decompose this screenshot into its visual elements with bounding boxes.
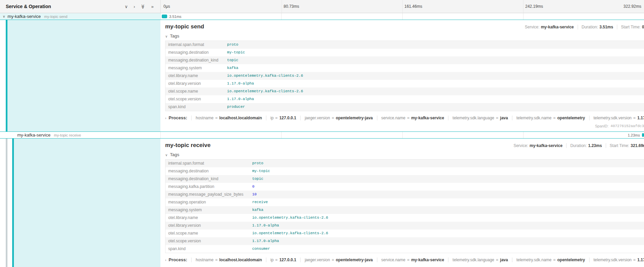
equals-sign: = — [633, 258, 636, 262]
span-service-name: my-kafka-service — [17, 132, 50, 138]
span-id-value: 407276152aafdc36 — [610, 124, 644, 128]
process-key: telemetry.sdk.language — [452, 258, 494, 262]
span-detail-indent — [0, 20, 160, 131]
tag-key: messaging.message_payload_size_bytes — [165, 191, 249, 198]
process-key: telemetry.sdk.name — [516, 258, 552, 262]
span-row-receive[interactable]: my-kafka-service my-topic receive 1.23ms — [0, 132, 644, 139]
process-field: hostname=localhost.localdomain — [191, 116, 266, 120]
equals-sign: = — [275, 258, 277, 262]
process-field: ip=127.0.0.1 — [266, 258, 300, 262]
tag-value: 10 — [249, 191, 644, 198]
span-detail-row-send: my-topic send Service:my-kafka-service D… — [0, 20, 644, 132]
tag-row: otel.scope.nameio.opentelemetry.kafka-cl… — [165, 88, 644, 95]
tag-value: my-topic — [224, 49, 644, 56]
expand-one-icon[interactable]: › — [134, 4, 135, 9]
tags-section-toggle[interactable]: ∨Tags — [165, 33, 644, 39]
span-service-name: my-kafka-service — [7, 14, 41, 19]
tag-value: receive — [249, 198, 644, 206]
tags-table: internal.span.formatproto messaging.dest… — [165, 41, 644, 111]
tag-row: otel.library.version1.17.0-alpha — [165, 222, 644, 229]
overview-duration: Duration:3.51ms — [578, 25, 617, 29]
chevron-right-icon: › — [165, 116, 166, 120]
tag-value: consumer — [249, 245, 644, 253]
process-value: my-kafka-service — [411, 258, 444, 262]
ruler-gridlines — [161, 0, 644, 13]
collapse-all-icon[interactable]: ≫ — [141, 4, 145, 9]
tag-key: otel.library.name — [165, 72, 224, 80]
span-duration-bar[interactable] — [642, 133, 644, 137]
row-gridlines — [160, 13, 644, 20]
span-overview: Service:my-kafka-service Duration:1.23ms… — [510, 143, 644, 148]
span-bar-cell[interactable]: 1.23ms — [160, 132, 644, 138]
overview-value: 3.51ms — [599, 25, 613, 29]
process-value: 1.17.0 — [637, 258, 644, 262]
process-key: hostname — [196, 258, 214, 262]
process-value: my-kafka-service — [411, 116, 444, 120]
process-field: service.name=my-kafka-service — [377, 116, 448, 120]
tag-row: span.kindconsumer — [165, 245, 644, 253]
overview-value: 321.69ms — [631, 143, 644, 148]
tag-key: otel.scope.version — [165, 237, 249, 245]
process-value: 1.17.0 — [637, 116, 644, 120]
process-field: jaeger.version=opentelemetry-java — [300, 116, 377, 120]
tag-row: otel.library.version1.17.0-alpha — [165, 80, 644, 88]
process-key: telemetry.sdk.version — [594, 258, 631, 262]
overview-start-time: Start Time:321.69ms — [606, 143, 644, 148]
overview-label: Duration: — [570, 143, 587, 148]
tick-label: 80.73ms — [284, 4, 299, 9]
tag-value: io.opentelemetry.kafka-clients-2.6 — [249, 229, 644, 237]
process-key: telemetry.sdk.language — [452, 116, 494, 120]
equals-sign: = — [553, 116, 556, 120]
tag-key: otel.library.version — [165, 80, 224, 88]
tick-label: 161.46ms — [404, 4, 422, 9]
chevron-down-icon[interactable]: ∨ — [3, 15, 5, 18]
span-name-cell[interactable]: ∨ my-kafka-service my-topic send — [0, 13, 160, 20]
process-field: jaeger.version=opentelemetry-java — [300, 258, 377, 262]
tag-row: messaging.operationreceive — [165, 198, 644, 206]
process-section-toggle[interactable]: › Process: hostname=localhost.localdomai… — [165, 115, 644, 120]
equals-sign: = — [496, 258, 498, 262]
process-key: ip — [270, 258, 273, 262]
tag-value: producer — [224, 103, 644, 111]
span-operation-name: my-topic receive — [54, 133, 81, 137]
span-duration-label: 3.51ms — [169, 15, 181, 19]
tag-value: 1.17.0-alpha — [249, 222, 644, 229]
equals-sign: = — [215, 116, 218, 120]
collapse-one-icon[interactable]: ∨ — [125, 4, 128, 9]
tick-label: 322.92ms — [623, 4, 641, 9]
equals-sign: = — [332, 258, 334, 262]
process-key: jaeger.version — [305, 116, 330, 120]
process-section-label: Process: — [169, 257, 187, 262]
tags-section-toggle[interactable]: ∨Tags — [165, 152, 644, 157]
process-key: telemetry.sdk.name — [516, 116, 552, 120]
timeline-ruler: 0μs 80.73ms 161.46ms 242.19ms 322.92ms — [160, 0, 644, 13]
process-key: ip — [270, 116, 273, 120]
tag-value: io.opentelemetry.kafka-clients-2.6 — [224, 88, 644, 95]
span-duration-bar[interactable] — [162, 15, 167, 18]
process-field: telemetry.sdk.version=1.17.0 — [589, 258, 644, 262]
process-value: opentelemetry — [557, 116, 585, 120]
process-value: opentelemetry-java — [336, 258, 373, 262]
process-field: telemetry.sdk.language=java — [448, 116, 512, 120]
equals-sign: = — [215, 258, 218, 262]
row-gridlines — [160, 132, 644, 138]
service-operation-header: Service & Operation ∨ › ≫ » — [0, 0, 160, 13]
process-field: telemetry.sdk.name=opentelemetry — [512, 116, 589, 120]
process-field: telemetry.sdk.language=java — [448, 258, 512, 262]
process-value: localhost.localdomain — [219, 258, 262, 262]
tag-row: otel.scope.nameio.opentelemetry.kafka-cl… — [165, 229, 644, 237]
equals-sign: = — [553, 258, 556, 262]
tag-value: io.opentelemetry.kafka-clients-2.6 — [249, 214, 644, 222]
span-name-cell[interactable]: my-kafka-service my-topic receive — [0, 132, 160, 138]
tag-key: messaging.destination_kind — [165, 175, 249, 183]
span-row-send[interactable]: ∨ my-kafka-service my-topic send 3.51ms — [0, 13, 644, 20]
overview-label: Start Time: — [610, 143, 629, 148]
tag-key: messaging.operation — [165, 198, 249, 206]
span-operation-name: my-topic send — [44, 15, 67, 19]
tag-value: 1.17.0-alpha — [249, 237, 644, 245]
tick-label: 0μs — [163, 4, 170, 9]
expand-all-icon[interactable]: » — [151, 4, 154, 9]
span-bar-cell[interactable]: 3.51ms — [160, 13, 644, 20]
tag-value: proto — [224, 41, 644, 49]
process-section-toggle[interactable]: › Process: hostname=localhost.localdomai… — [165, 257, 644, 262]
